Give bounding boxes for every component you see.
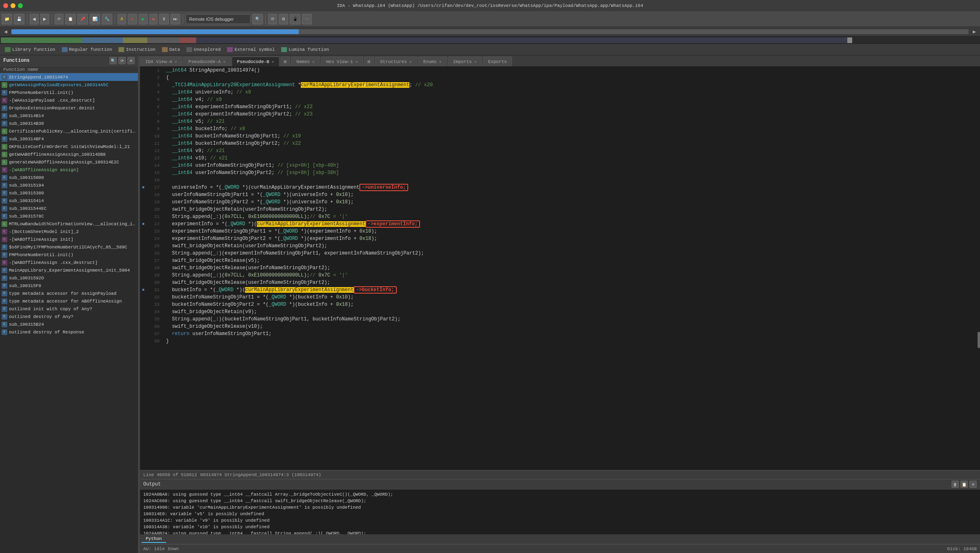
code-line[interactable]: 8 __int64 v5; // x21 <box>140 118 980 125</box>
tab-close-btn[interactable]: ✕ <box>439 59 442 64</box>
code-line[interactable]: 20 swift_bridgeObjectRetain(userInfoName… <box>140 206 980 213</box>
code-line[interactable]: ●31 bucketInfo = *(_QWORD *)(curMainAppL… <box>140 286 980 294</box>
toolbar-stop-btn[interactable]: ■ <box>149 14 158 24</box>
code-line[interactable]: 19 userInfoNameStringObjPart2 = *(_QWORD… <box>140 198 980 206</box>
tab-names[interactable]: Names✕ <box>291 57 320 66</box>
output-copy-btn[interactable]: 📋 <box>960 481 968 488</box>
sidebar-function-item[interactable]: Fsub_100314B30 <box>0 120 138 127</box>
code-line[interactable]: 35 String.append(_:)(bucketInfoNameStrin… <box>140 316 980 323</box>
sidebar-function-item[interactable]: Fsub_10031544EC <box>0 205 138 212</box>
code-line[interactable]: 21 String.append(_:)(0x7CLL, 0xE10000000… <box>140 213 980 220</box>
overview-bar[interactable] <box>0 37 980 44</box>
code-line[interactable]: 3 _TtC14MainAppLibrary20ExperimentAssign… <box>140 81 980 89</box>
sidebar-function-item[interactable]: C-[WAAssignPayload .cxx_destruct] <box>0 96 138 104</box>
toolbar-btn-6[interactable]: 📊 <box>90 14 100 24</box>
code-line[interactable]: 4 __int64 universeInfo; // x8 <box>140 89 980 96</box>
tab-close-btn[interactable]: ✕ <box>312 59 315 64</box>
toolbar-debug-btn[interactable]: ⚠ <box>128 14 137 24</box>
toolbar-run-btn[interactable]: ▶ <box>139 14 148 24</box>
code-line[interactable]: 14 __int64 userInfoNameStringObjPart1; /… <box>140 162 980 169</box>
tab-icon-6[interactable]: ⊞ <box>364 57 374 66</box>
code-line[interactable]: 23 experimentInfoNameStringObjPart1 = *(… <box>140 228 980 235</box>
tab-hex-view-1[interactable]: Hex View-1✕ <box>321 57 363 66</box>
sidebar-function-item[interactable]: Fsub_100315F0 <box>0 282 138 290</box>
toolbar-search-btn[interactable]: 🔍 <box>252 14 263 24</box>
toolbar-btn-4[interactable]: 📋 <box>65 14 76 24</box>
sidebar-function-item[interactable]: Fsub_100314BF4 <box>0 135 138 143</box>
toolbar-pause-btn[interactable]: ⏸ <box>159 14 169 24</box>
code-line[interactable]: 10 __int64 bucketInfoNameStringObjPart1;… <box>140 133 980 140</box>
toolbar-btn-7[interactable]: 🔧 <box>102 14 112 24</box>
sidebar-function-item[interactable]: Fsub_100315B24 <box>0 320 138 328</box>
tab-close-btn[interactable]: ✕ <box>474 59 477 64</box>
tab-ida-view-a[interactable]: IDA View-A✕ <box>140 57 182 66</box>
sidebar-function-item[interactable]: LMTRLowBandwidthConfirmationView.__alloc… <box>0 220 138 228</box>
code-line[interactable]: 26 String.append(_:)(experimentInfoNameS… <box>140 250 980 257</box>
minimize-button[interactable] <box>11 3 15 8</box>
sidebar-function-item[interactable]: C-[WABOfflineAssign assign] <box>0 166 138 174</box>
code-line[interactable]: 11 __int64 bucketInfoNameStringObjPart2;… <box>140 140 980 147</box>
debugger-search-input[interactable] <box>186 14 251 24</box>
tab-close-btn[interactable]: ✕ <box>272 59 274 64</box>
sidebar-function-item[interactable]: Foutlined init with copy of Any? <box>0 305 138 313</box>
code-line[interactable]: 30 swift_bridgeObjectRelease(userInfoNam… <box>140 279 980 286</box>
code-line[interactable]: 37 return userInfoNameStringObjPart1; <box>140 330 980 337</box>
sidebar-scrollbar[interactable] <box>978 332 980 348</box>
tab-close-btn[interactable]: ✕ <box>409 59 412 64</box>
toolbar-forward-btn[interactable]: ▶ <box>40 14 49 24</box>
sidebar-function-item[interactable]: FFMPhoneNumberUtil.init() <box>0 89 138 96</box>
nav-left-btn[interactable]: ◀ <box>2 28 10 35</box>
code-line[interactable]: ●22 experimentInfo = *(_QWORD *)(curMain… <box>140 220 980 228</box>
sidebar-function-item[interactable]: FStringAppend_100314974 <box>0 73 138 81</box>
sidebar-function-item[interactable]: C-[WABOfflineAssign init] <box>0 235 138 243</box>
tab-enums[interactable]: Enums✕ <box>418 57 447 66</box>
tab-close-btn[interactable]: ✕ <box>223 59 225 64</box>
code-line[interactable]: 9 __int64 bucketInfo; // x8 <box>140 125 980 133</box>
sidebar-function-item[interactable]: Fsub_100315194 <box>0 181 138 189</box>
sidebar-function-item[interactable]: F$s6FindMy17FMPhoneNumberUtilCACycfc_85_… <box>0 243 138 251</box>
code-line[interactable]: 13 __int64 v10; // x21 <box>140 155 980 162</box>
sidebar-function-item[interactable]: Fsub_100315414 <box>0 197 138 205</box>
code-line[interactable]: 33 bucketInfoNameStringObjPart2 = *(_QWO… <box>140 301 980 308</box>
sidebar-function-item[interactable]: Fsub_10031592O <box>0 274 138 282</box>
sidebar-function-item[interactable]: LgetWAAssignPayloadExposures_100314A5C <box>0 81 138 89</box>
tab-exports[interactable]: Exports <box>483 57 512 66</box>
code-line[interactable]: 1__int64 StringAppend_100314974() <box>140 67 980 74</box>
close-button[interactable] <box>3 3 8 8</box>
bottom-tab-python[interactable]: Python <box>142 536 166 543</box>
code-line[interactable]: 32 bucketInfoNameStringObjPart1 = *(_QWO… <box>140 294 980 301</box>
toolbar-btn-5[interactable]: 📌 <box>77 14 88 24</box>
code-line[interactable]: 29 String.append(_:)(0x7CLL, 0xE10000000… <box>140 272 980 279</box>
nav-right-btn[interactable]: ▶ <box>970 28 978 35</box>
sidebar-function-item[interactable]: Fsub_100315380 <box>0 189 138 197</box>
code-line[interactable]: 18 userInfoNameStringObjPart1 = *(_QWORD… <box>140 191 980 198</box>
code-line[interactable]: 25 swift_bridgeObjectRetain(userInfoName… <box>140 242 980 250</box>
sidebar-function-item[interactable]: LCertificatePublicKey.__allocating_init(… <box>0 127 138 135</box>
toolbar-highlight-btn[interactable]: A <box>118 14 126 24</box>
code-line[interactable]: 12 __int64 v9; // x21 <box>140 147 980 155</box>
sidebar-function-item[interactable]: LgetWAABOfflineAssignAssign_100314DB8 <box>0 150 138 158</box>
sidebar-function-item[interactable]: Ftype metadata accessor for AssignPayloa… <box>0 290 138 297</box>
code-line[interactable]: 7 __int64 experimentInfoNameStringObjPar… <box>140 111 980 118</box>
code-line[interactable]: 5 __int64 v4; // x9 <box>140 96 980 103</box>
code-line[interactable]: ●17 universeInfo = *(_QWORD *)(curMainAp… <box>140 184 980 191</box>
code-editor[interactable]: 1__int64 StringAppend_100314974()2{3 _Tt… <box>140 67 980 470</box>
toolbar-step-btn[interactable]: ⏭ <box>171 14 180 24</box>
toolbar-save-btn[interactable]: 💾 <box>14 14 24 24</box>
tab-close-btn[interactable]: ✕ <box>175 59 177 64</box>
sidebar-function-item[interactable]: FMainAppLibrary_ExperimentAssignment_ini… <box>0 266 138 274</box>
output-close-btn[interactable]: ✕ <box>969 481 977 488</box>
sidebar-function-item[interactable]: Foutlined destroy of Response <box>0 328 138 336</box>
code-line[interactable]: 28 swift_bridgeObjectRelease(userInfoNam… <box>140 264 980 272</box>
tab-imports[interactable]: Imports✕ <box>448 57 482 66</box>
tab-close-btn[interactable]: ✕ <box>355 59 358 64</box>
tab-pseudocode-a[interactable]: Pseudocode-A✕ <box>183 57 231 66</box>
toolbar-phone-btn[interactable]: 📱 <box>290 14 300 24</box>
sidebar-function-item[interactable]: Fsub_100314B14 <box>0 112 138 120</box>
code-line[interactable]: 38} <box>140 337 980 345</box>
sidebar-function-item[interactable]: Fsub_100315000 <box>0 174 138 181</box>
sidebar-filter-btn[interactable]: 🔍 <box>109 57 117 64</box>
toolbar-file-btn[interactable]: 📁 <box>2 14 12 24</box>
toolbar-refresh-btn[interactable]: ⟳ <box>268 14 277 24</box>
code-line[interactable]: 15 __int64 userInfoNameStringObjPart2; /… <box>140 169 980 176</box>
